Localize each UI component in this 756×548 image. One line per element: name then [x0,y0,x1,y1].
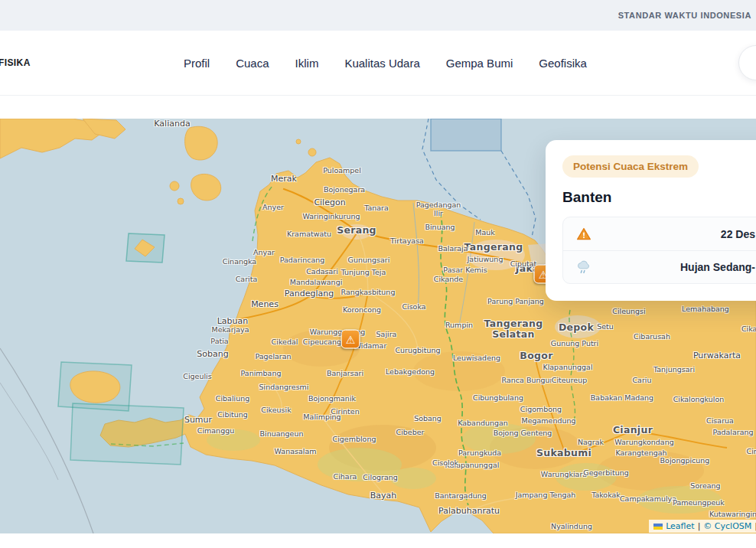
urban-area-tangerang [467,240,525,270]
nav-item-cuaca[interactable]: Cuaca [236,57,269,70]
island-panaitan [70,371,120,403]
marine-zone-ujungkulon [70,403,184,465]
urban-area-depok [555,315,601,338]
island [308,148,316,156]
marine-zone [431,119,501,151]
nav-item-profil[interactable]: Profil [184,57,210,70]
nav-item-geofisika[interactable]: Geofisika [539,57,587,70]
rain-cloud-icon [575,259,592,276]
warning-marker[interactable]: ⚠ [341,330,360,349]
leaflet-link[interactable]: Leaflet [666,521,694,531]
alert-region-title: Banten [562,189,756,206]
ukraine-flag-icon [653,524,663,530]
forest-patch [462,423,536,454]
alert-condition-row: Hujan Sedang- [563,250,756,283]
nav-item-iklim[interactable]: Iklim [295,57,319,70]
weather-alert-card: Potensi Cuaca Ekstrem Banten 22 Des [546,140,756,301]
urban-area-serang [341,224,372,240]
attribution-separator: | [698,521,701,531]
island [296,139,301,144]
map-attribution: Leaflet | © CyclOSM | [649,520,756,533]
header: FISIKA Profil Cuaca Iklim Kualitas Udara… [0,31,756,96]
island [185,126,218,160]
weather-map[interactable]: KaliandaPuloampelMerakBojonegaraCilegonA… [0,119,756,533]
alert-date-row: 22 Des [563,217,756,250]
alert-condition: Hujan Sedang- [592,261,755,273]
terrain-shade [413,351,505,391]
cyclosm-link[interactable]: © CyclOSM [703,521,751,531]
alert-details: 22 Des Hujan Sedang- [562,217,756,284]
top-bar: STANDAR WAKTU INDONESIA [0,0,756,31]
bmkg-logo[interactable]: FISIKA [0,57,31,68]
alert-type-badge: Potensi Cuaca Ekstrem [562,155,699,178]
warning-triangle-icon [575,226,592,243]
forest-patch [207,429,260,451]
nav-item-kualitas-udara[interactable]: Kualitas Udara [344,57,419,70]
forest-patch [390,468,436,489]
alert-date: 22 Des [592,228,755,240]
nav-item-gempa-bumi[interactable]: Gempa Bumi [446,57,513,70]
time-standard-label: STANDAR WAKTU INDONESIA [618,11,751,20]
forest-patch [556,463,617,491]
island [170,181,179,191]
main-nav: Profil Cuaca Iklim Kualitas Udara Gempa … [184,57,587,70]
island [178,198,184,204]
forest-patch [637,486,722,514]
search-button[interactable] [738,45,756,80]
